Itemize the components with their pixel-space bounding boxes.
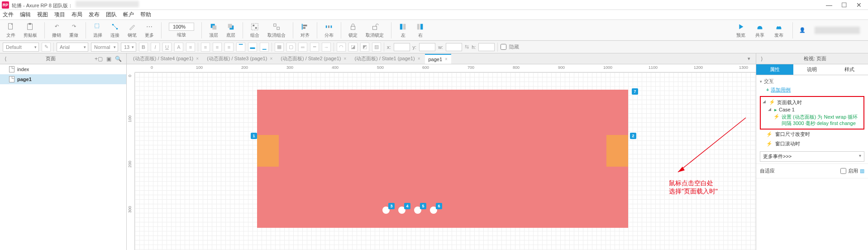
menu-help[interactable]: 帮助 bbox=[140, 11, 151, 19]
font-select[interactable]: Arial bbox=[57, 43, 88, 52]
bold-button[interactable]: B bbox=[139, 43, 148, 52]
underline-button[interactable]: U bbox=[162, 43, 172, 52]
editor-tab[interactable]: page1× bbox=[425, 54, 451, 64]
add-folder-icon[interactable]: ▣ bbox=[105, 56, 113, 62]
fill-color-button[interactable]: ▦ bbox=[275, 43, 284, 52]
menu-project[interactable]: 项目 bbox=[54, 11, 65, 19]
menu-file[interactable]: 文件 bbox=[3, 11, 14, 19]
close-button[interactable]: ✕ bbox=[856, 1, 862, 9]
shadow-int-button[interactable]: ◩ bbox=[360, 43, 369, 52]
menu-view[interactable]: 视图 bbox=[37, 11, 48, 19]
menu-edit[interactable]: 编辑 bbox=[20, 11, 31, 19]
adaptive-settings-icon[interactable]: ▥ bbox=[860, 168, 864, 174]
menu-team[interactable]: 团队 bbox=[106, 11, 117, 19]
style-select[interactable]: Default bbox=[3, 43, 39, 52]
hidden-checkbox[interactable] bbox=[501, 44, 506, 50]
valign-mid-button[interactable]: ▬ bbox=[248, 43, 257, 52]
close-tab-icon[interactable]: × bbox=[418, 56, 420, 61]
corner-radius-button[interactable]: ◠ bbox=[337, 43, 346, 52]
search-icon[interactable]: 🔍 bbox=[113, 56, 124, 62]
event-window-resize[interactable]: ⚡ 窗口尺寸改变时 bbox=[760, 130, 864, 139]
adaptive-enable-checkbox[interactable] bbox=[840, 168, 846, 174]
add-case-link[interactable]: +添加用例 bbox=[760, 86, 864, 94]
border-style-button[interactable]: ┅ bbox=[310, 43, 319, 52]
page-tree-item[interactable]: page1 bbox=[0, 74, 126, 84]
bullets-button[interactable]: ≡ bbox=[186, 43, 195, 52]
tool-clipboard[interactable]: 剪贴板 bbox=[21, 21, 40, 39]
design-canvas[interactable]: 1 2 7 3 4 5 6 鼠标点击空白处 选择"页面载入时" bbox=[135, 72, 756, 250]
footnote-marker[interactable]: 5 bbox=[420, 203, 426, 209]
tool-more[interactable]: ⋯ 更多 bbox=[142, 21, 157, 39]
more-events-select[interactable]: 更多事件>>> bbox=[760, 151, 864, 162]
close-tab-icon[interactable]: × bbox=[196, 56, 199, 61]
menu-layout[interactable]: 布局 bbox=[72, 11, 82, 19]
tool-pen[interactable]: 钢笔 bbox=[125, 21, 139, 39]
tool-ungroup[interactable]: 取消组合 bbox=[265, 21, 288, 39]
editor-tab[interactable]: (动态面板) / State2 (page1)× bbox=[277, 53, 350, 64]
tool-preview[interactable]: 预览 bbox=[734, 21, 748, 39]
align-left-button[interactable]: ≡ bbox=[201, 43, 210, 52]
tool-share[interactable]: 共享 bbox=[753, 21, 767, 39]
opacity-button[interactable]: ▨ bbox=[372, 43, 381, 52]
tab-style[interactable]: 样式 bbox=[831, 64, 868, 75]
close-tab-icon[interactable]: × bbox=[445, 57, 448, 62]
tool-undo[interactable]: ↶ 撤销 bbox=[49, 21, 64, 39]
footnote-marker[interactable]: 1 bbox=[251, 133, 257, 139]
w-input[interactable] bbox=[446, 43, 462, 51]
tool-left[interactable]: 左 bbox=[396, 21, 410, 39]
tool-align[interactable]: 对齐 bbox=[298, 21, 312, 39]
add-page-icon[interactable]: +▢ bbox=[93, 56, 105, 62]
tool-zoom[interactable]: 100% 缩放 bbox=[166, 22, 197, 39]
page-tree-item[interactable]: index bbox=[0, 64, 126, 74]
editor-tab[interactable]: (动态面板) / State4 (page1)× bbox=[129, 53, 202, 64]
footnote-marker[interactable]: 7 bbox=[632, 88, 638, 95]
interactions-header[interactable]: ▾ 交互 bbox=[760, 77, 864, 86]
tool-file[interactable]: 文件 bbox=[4, 21, 18, 39]
h-input[interactable] bbox=[478, 43, 495, 51]
border-width-button[interactable]: ═ bbox=[298, 43, 307, 52]
maximize-button[interactable]: ☐ bbox=[841, 1, 847, 9]
y-input[interactable] bbox=[419, 43, 435, 51]
lock-wh-icon[interactable]: ⇆ bbox=[465, 44, 469, 50]
footnote-marker[interactable]: 4 bbox=[404, 203, 410, 209]
editor-tab[interactable]: (动态面板) / State1 (page1)× bbox=[351, 53, 424, 64]
align-right-button[interactable]: ≡ bbox=[224, 43, 234, 52]
tab-notes[interactable]: 说明 bbox=[793, 64, 830, 75]
event-window-scroll[interactable]: ⚡ 窗口滚动时 bbox=[760, 139, 864, 149]
tool-unlock[interactable]: 取消锁定 bbox=[363, 21, 386, 39]
text-color-button[interactable]: A bbox=[174, 43, 183, 52]
close-tab-icon[interactable]: × bbox=[344, 56, 347, 61]
tool-publish[interactable]: 发布 bbox=[772, 21, 786, 39]
editor-tab[interactable]: (动态面板) / State3 (page1)× bbox=[203, 53, 276, 64]
border-color-button[interactable]: ▢ bbox=[286, 43, 296, 52]
nav-prev-widget[interactable] bbox=[257, 135, 279, 167]
tool-group-btn[interactable]: 组合 bbox=[248, 21, 262, 39]
tool-distribute[interactable]: 分布 bbox=[322, 21, 336, 39]
italic-button[interactable]: I bbox=[151, 43, 160, 52]
event-page-load[interactable]: ◢ ⚡ 页面载入时 bbox=[763, 99, 862, 106]
case-row[interactable]: ◢ ▸ Case 1 bbox=[763, 106, 862, 113]
collapse-left-icon[interactable]: ⟨ bbox=[3, 56, 9, 62]
arrow-button[interactable]: → bbox=[322, 43, 331, 52]
tab-properties[interactable]: 属性 bbox=[756, 64, 793, 75]
tool-right[interactable]: 右 bbox=[413, 21, 428, 39]
valign-bot-button[interactable]: ▁ bbox=[260, 43, 269, 52]
style-edit-icon[interactable]: ✎ bbox=[42, 43, 51, 52]
dynamic-panel-widget[interactable] bbox=[257, 90, 628, 228]
footnote-marker[interactable]: 6 bbox=[436, 203, 442, 209]
minimize-button[interactable]: — bbox=[826, 1, 832, 9]
tool-connect[interactable]: 连接 bbox=[108, 21, 122, 39]
footnote-marker[interactable]: 3 bbox=[388, 203, 395, 209]
tool-redo[interactable]: ↷ 重做 bbox=[67, 21, 81, 39]
font-size-select[interactable]: 13 bbox=[121, 43, 136, 52]
align-center-button[interactable]: ≡ bbox=[213, 43, 222, 52]
nav-next-widget[interactable] bbox=[606, 135, 628, 167]
close-tab-icon[interactable]: × bbox=[270, 56, 272, 61]
tool-bottom[interactable]: 底层 bbox=[224, 21, 238, 39]
x-input[interactable] bbox=[394, 43, 410, 51]
valign-top-button[interactable]: ▔ bbox=[236, 43, 245, 52]
tool-select[interactable]: 选择 bbox=[91, 21, 105, 39]
shadow-ext-button[interactable]: ◪ bbox=[348, 43, 358, 52]
action-row[interactable]: ⚡ 设置 (动态面板) 为 Next wrap 循环间隔 3000 毫秒 del… bbox=[763, 113, 862, 127]
user-icon[interactable]: 👤 bbox=[799, 27, 806, 33]
